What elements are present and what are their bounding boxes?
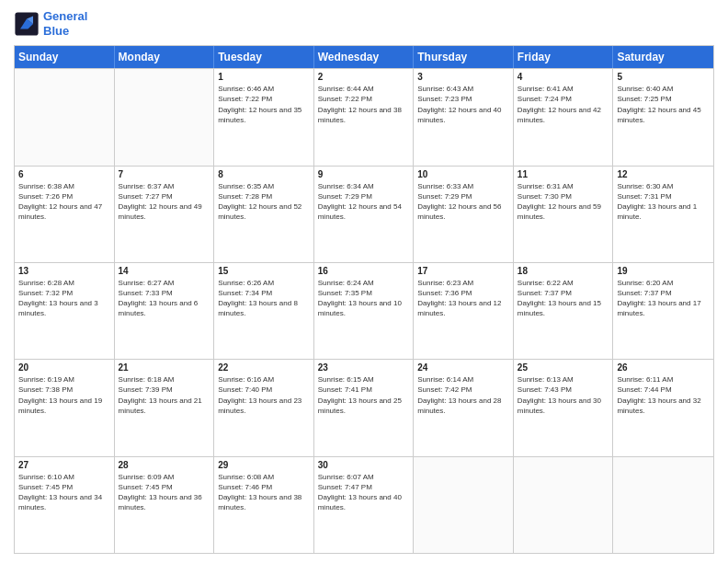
day-info: Sunrise: 6:33 AMSunset: 7:29 PMDaylight:… — [417, 181, 509, 223]
day-number: 1 — [218, 72, 310, 82]
day-number: 7 — [119, 169, 210, 179]
day-cell-21: 21Sunrise: 6:18 AMSunset: 7:39 PMDayligh… — [115, 360, 215, 455]
day-number: 28 — [119, 460, 210, 470]
header-day-tuesday: Tuesday — [214, 46, 314, 68]
logo: General Blue — [14, 9, 87, 38]
day-info: Sunrise: 6:28 AMSunset: 7:32 PMDaylight:… — [18, 278, 110, 319]
day-number: 21 — [119, 362, 210, 373]
empty-cell — [613, 457, 713, 553]
header-day-wednesday: Wednesday — [314, 46, 415, 68]
day-cell-8: 8Sunrise: 6:35 AMSunset: 7:28 PMDaylight… — [214, 167, 314, 262]
day-cell-23: 23Sunrise: 6:15 AMSunset: 7:41 PMDayligh… — [314, 360, 415, 455]
calendar-week-4: 20Sunrise: 6:19 AMSunset: 7:38 PMDayligh… — [15, 359, 713, 455]
day-info: Sunrise: 6:41 AMSunset: 7:24 PMDaylight:… — [518, 84, 609, 125]
day-info: Sunrise: 6:34 AMSunset: 7:29 PMDaylight:… — [318, 181, 410, 223]
day-number: 19 — [617, 266, 710, 276]
day-number: 25 — [518, 362, 609, 373]
day-cell-26: 26Sunrise: 6:11 AMSunset: 7:44 PMDayligh… — [613, 360, 713, 455]
calendar: SundayMondayTuesdayWednesdayThursdayFrid… — [14, 45, 714, 554]
day-cell-28: 28Sunrise: 6:09 AMSunset: 7:45 PMDayligh… — [115, 457, 215, 553]
day-cell-4: 4Sunrise: 6:41 AMSunset: 7:24 PMDaylight… — [514, 69, 614, 165]
day-number: 6 — [18, 169, 110, 179]
day-info: Sunrise: 6:22 AMSunset: 7:37 PMDaylight:… — [518, 278, 609, 319]
day-cell-3: 3Sunrise: 6:43 AMSunset: 7:23 PMDaylight… — [414, 69, 514, 165]
empty-cell — [514, 457, 614, 553]
day-cell-27: 27Sunrise: 6:10 AMSunset: 7:45 PMDayligh… — [15, 457, 115, 553]
day-cell-10: 10Sunrise: 6:33 AMSunset: 7:29 PMDayligh… — [414, 167, 514, 262]
day-info: Sunrise: 6:30 AMSunset: 7:31 PMDaylight:… — [617, 181, 710, 223]
day-cell-7: 7Sunrise: 6:37 AMSunset: 7:27 PMDaylight… — [115, 167, 215, 262]
day-cell-18: 18Sunrise: 6:22 AMSunset: 7:37 PMDayligh… — [514, 263, 614, 359]
logo-icon — [14, 11, 40, 37]
day-info: Sunrise: 6:19 AMSunset: 7:38 PMDaylight:… — [18, 374, 110, 416]
calendar-week-2: 6Sunrise: 6:38 AMSunset: 7:26 PMDaylight… — [15, 166, 713, 262]
day-cell-11: 11Sunrise: 6:31 AMSunset: 7:30 PMDayligh… — [514, 167, 614, 262]
header-day-saturday: Saturday — [613, 46, 713, 68]
day-number: 18 — [518, 266, 609, 276]
day-number: 20 — [18, 362, 110, 373]
day-info: Sunrise: 6:09 AMSunset: 7:45 PMDaylight:… — [119, 472, 210, 513]
day-info: Sunrise: 6:27 AMSunset: 7:33 PMDaylight:… — [119, 278, 210, 319]
day-info: Sunrise: 6:31 AMSunset: 7:30 PMDaylight:… — [518, 181, 609, 223]
day-info: Sunrise: 6:14 AMSunset: 7:42 PMDaylight:… — [417, 374, 509, 416]
day-number: 27 — [18, 460, 110, 470]
day-info: Sunrise: 6:08 AMSunset: 7:46 PMDaylight:… — [218, 472, 310, 513]
day-cell-13: 13Sunrise: 6:28 AMSunset: 7:32 PMDayligh… — [15, 263, 115, 359]
day-number: 22 — [218, 362, 310, 373]
calendar-header: SundayMondayTuesdayWednesdayThursdayFrid… — [15, 46, 713, 68]
header-day-monday: Monday — [115, 46, 215, 68]
calendar-body: 1Sunrise: 6:46 AMSunset: 7:22 PMDaylight… — [15, 68, 713, 553]
day-cell-25: 25Sunrise: 6:13 AMSunset: 7:43 PMDayligh… — [514, 360, 614, 455]
day-cell-24: 24Sunrise: 6:14 AMSunset: 7:42 PMDayligh… — [414, 360, 514, 455]
day-number: 9 — [318, 169, 410, 179]
day-number: 23 — [318, 362, 410, 373]
calendar-week-3: 13Sunrise: 6:28 AMSunset: 7:32 PMDayligh… — [15, 262, 713, 359]
day-number: 4 — [518, 72, 609, 82]
day-cell-2: 2Sunrise: 6:44 AMSunset: 7:22 PMDaylight… — [314, 69, 415, 165]
day-number: 2 — [318, 72, 410, 82]
header: General Blue — [14, 9, 714, 38]
day-info: Sunrise: 6:07 AMSunset: 7:47 PMDaylight:… — [318, 472, 410, 513]
day-number: 29 — [218, 460, 310, 470]
day-cell-14: 14Sunrise: 6:27 AMSunset: 7:33 PMDayligh… — [115, 263, 215, 359]
day-cell-22: 22Sunrise: 6:16 AMSunset: 7:40 PMDayligh… — [214, 360, 314, 455]
day-info: Sunrise: 6:16 AMSunset: 7:40 PMDaylight:… — [218, 374, 310, 416]
day-info: Sunrise: 6:37 AMSunset: 7:27 PMDaylight:… — [119, 181, 210, 223]
day-number: 12 — [617, 169, 710, 179]
day-number: 16 — [318, 266, 410, 276]
day-cell-9: 9Sunrise: 6:34 AMSunset: 7:29 PMDaylight… — [314, 167, 415, 262]
day-number: 10 — [417, 169, 509, 179]
page: General Blue SundayMondayTuesdayWednesda… — [0, 0, 728, 563]
day-info: Sunrise: 6:44 AMSunset: 7:22 PMDaylight:… — [318, 84, 410, 125]
empty-cell — [414, 457, 514, 553]
day-number: 30 — [318, 460, 410, 470]
header-day-friday: Friday — [514, 46, 614, 68]
header-day-thursday: Thursday — [414, 46, 514, 68]
day-cell-5: 5Sunrise: 6:40 AMSunset: 7:25 PMDaylight… — [613, 69, 713, 165]
calendar-week-5: 27Sunrise: 6:10 AMSunset: 7:45 PMDayligh… — [15, 456, 713, 553]
day-cell-20: 20Sunrise: 6:19 AMSunset: 7:38 PMDayligh… — [15, 360, 115, 455]
day-number: 26 — [617, 362, 710, 373]
day-number: 13 — [18, 266, 110, 276]
day-cell-16: 16Sunrise: 6:24 AMSunset: 7:35 PMDayligh… — [314, 263, 415, 359]
day-cell-19: 19Sunrise: 6:20 AMSunset: 7:37 PMDayligh… — [613, 263, 713, 359]
day-info: Sunrise: 6:35 AMSunset: 7:28 PMDaylight:… — [218, 181, 310, 223]
day-cell-15: 15Sunrise: 6:26 AMSunset: 7:34 PMDayligh… — [214, 263, 314, 359]
day-number: 15 — [218, 266, 310, 276]
day-cell-30: 30Sunrise: 6:07 AMSunset: 7:47 PMDayligh… — [314, 457, 415, 553]
empty-cell — [15, 69, 115, 165]
calendar-week-1: 1Sunrise: 6:46 AMSunset: 7:22 PMDaylight… — [15, 68, 713, 165]
day-info: Sunrise: 6:24 AMSunset: 7:35 PMDaylight:… — [318, 278, 410, 319]
day-number: 17 — [417, 266, 509, 276]
day-number: 8 — [218, 169, 310, 179]
day-info: Sunrise: 6:40 AMSunset: 7:25 PMDaylight:… — [617, 84, 710, 125]
day-cell-6: 6Sunrise: 6:38 AMSunset: 7:26 PMDaylight… — [15, 167, 115, 262]
day-info: Sunrise: 6:43 AMSunset: 7:23 PMDaylight:… — [417, 84, 509, 125]
day-number: 14 — [119, 266, 210, 276]
day-info: Sunrise: 6:18 AMSunset: 7:39 PMDaylight:… — [119, 374, 210, 416]
day-cell-1: 1Sunrise: 6:46 AMSunset: 7:22 PMDaylight… — [214, 69, 314, 165]
empty-cell — [115, 69, 215, 165]
day-cell-29: 29Sunrise: 6:08 AMSunset: 7:46 PMDayligh… — [214, 457, 314, 553]
day-number: 5 — [617, 72, 710, 82]
day-number: 24 — [417, 362, 509, 373]
